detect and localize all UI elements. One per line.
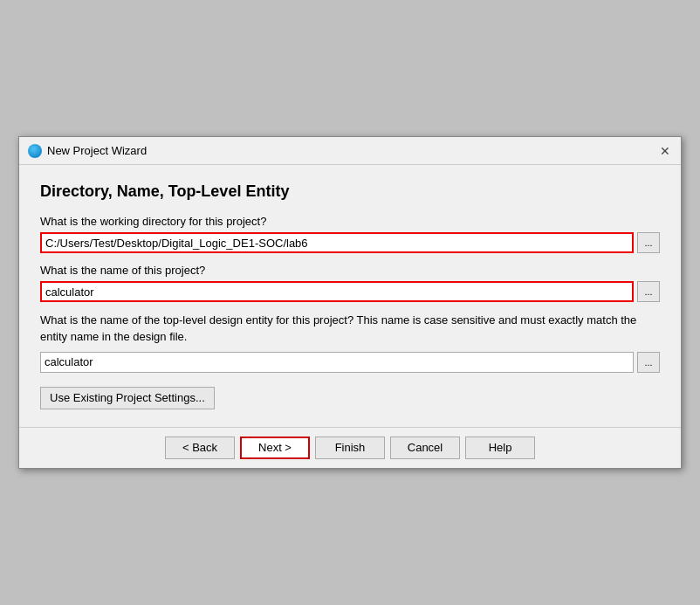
help-button[interactable]: Help: [465, 437, 535, 459]
use-existing-button[interactable]: Use Existing Project Settings...: [40, 387, 215, 409]
next-button[interactable]: Next >: [240, 437, 310, 459]
entity-row: ...: [40, 352, 660, 373]
section-title: Directory, Name, Top-Level Entity: [40, 182, 660, 201]
back-button[interactable]: < Back: [165, 437, 235, 459]
working-dir-label: What is the working directory for this p…: [40, 215, 660, 228]
working-dir-row: ...: [40, 232, 660, 253]
browse-dir-button[interactable]: ...: [637, 232, 660, 253]
finish-button[interactable]: Finish: [315, 437, 385, 459]
working-dir-input[interactable]: [40, 232, 634, 253]
dialog-content: Directory, Name, Top-Level Entity What i…: [19, 165, 681, 426]
title-bar: New Project Wizard ✕: [19, 137, 681, 165]
browse-name-button[interactable]: ...: [637, 281, 660, 302]
project-name-row: ...: [40, 281, 660, 302]
project-name-input[interactable]: [40, 281, 634, 302]
project-name-label: What is the name of this project?: [40, 264, 660, 277]
app-icon: [28, 144, 42, 158]
title-bar-left: New Project Wizard: [28, 144, 147, 158]
dialog-footer: < Back Next > Finish Cancel Help: [19, 427, 681, 468]
entity-input[interactable]: [40, 352, 634, 373]
new-project-wizard-dialog: New Project Wizard ✕ Directory, Name, To…: [18, 136, 682, 468]
entity-description: What is the name of the top-level design…: [40, 313, 660, 344]
dialog-title: New Project Wizard: [47, 144, 147, 157]
cancel-button[interactable]: Cancel: [390, 437, 460, 459]
close-button[interactable]: ✕: [658, 145, 672, 157]
browse-entity-button[interactable]: ...: [637, 352, 660, 373]
